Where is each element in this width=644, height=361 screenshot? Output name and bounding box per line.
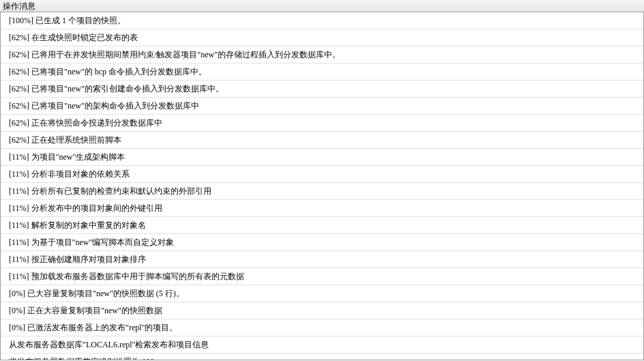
log-item: [62%] 已将项目"new"的架构命令插入到分发数据库中 (1, 98, 643, 115)
log-list[interactable]: [100%] 已生成 1 个项目的快照。 [62%] 在生成快照时锁定已发布的表… (0, 12, 644, 360)
log-item: 将发布服务器数据库兼容级别设置为 100。 (1, 353, 643, 360)
log-item: [11%] 按正确创建顺序对项目对象排序 (1, 251, 643, 268)
log-item: [62%] 已将项目"new"的索引创建命令插入到分发数据库中。 (1, 81, 643, 98)
log-item: [11%] 解析复制的对象中重复的对象名 (1, 217, 643, 234)
log-item: [11%] 分析发布中的项目对象间的外键引用 (1, 200, 643, 217)
log-item: [11%] 分析非项目对象的依赖关系 (1, 166, 643, 183)
log-item: [11%] 分析所有已复制的检查约束和默认约束的外部引用 (1, 183, 643, 200)
log-item: [11%] 为项目"new"生成架构脚本 (1, 149, 643, 166)
log-item: [62%] 已将用于在并发快照期间禁用约束/触发器项目"new"的存储过程插入到… (1, 46, 643, 63)
log-item: [0%] 已大容量复制项目"new"的快照数据 (5 行)。 (1, 285, 643, 302)
log-item: [11%] 预加载发布服务器数据库中用于脚本编写的所有表的元数据 (1, 268, 643, 285)
panel-header: 操作消息 (0, 0, 644, 12)
log-item: [11%] 为基于项目"new"编写脚本而自定义对象 (1, 234, 643, 251)
log-item: [62%] 已将项目"new"的 bcp 命令插入到分发数据库中。 (1, 63, 643, 81)
log-item: 从发布服务器数据库"LOCAL6.repl"检索发布和项目信息 (1, 336, 643, 353)
log-item: [100%] 已生成 1 个项目的快照。 (1, 12, 643, 29)
panel-title: 操作消息 (3, 1, 35, 11)
log-item: [62%] 正在处理系统快照前脚本 (1, 132, 643, 149)
log-item: [62%] 正在将快照命令投递到分发数据库中 (1, 115, 643, 132)
log-item: [0%] 正在大容量复制项目"new"的快照数据 (1, 302, 643, 319)
log-item: [0%] 已激活发布服务器上的发布"repl"的项目。 (1, 319, 643, 336)
log-item: [62%] 在生成快照时锁定已发布的表 (1, 29, 643, 46)
